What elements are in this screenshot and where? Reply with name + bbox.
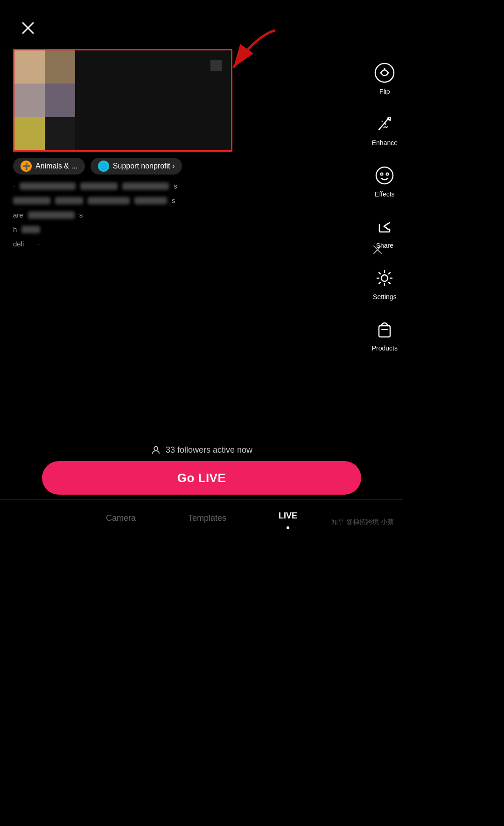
svg-point-13: [381, 275, 388, 281]
blur-text-h: h: [13, 225, 17, 233]
svg-point-9: [382, 121, 383, 122]
nonprofit-pill[interactable]: 🌐 Support nonprofit ›: [91, 158, 182, 175]
products-icon: [372, 317, 397, 342]
products-button[interactable]: Products: [372, 317, 398, 352]
share-label: Share: [376, 242, 393, 249]
effects-label: Effects: [375, 190, 395, 198]
blur-text-del: deli: [13, 240, 24, 248]
blur-block-9: [21, 226, 40, 233]
blur-row-4: h: [13, 225, 357, 233]
svg-point-16: [154, 447, 158, 450]
svg-point-7: [388, 117, 391, 120]
flip-label: Flip: [379, 88, 390, 95]
svg-point-10: [376, 167, 393, 184]
preview-black-area: [75, 50, 231, 150]
blur-row-5: deli ·: [13, 240, 357, 248]
right-sidebar: Flip Enhance Effects: [372, 61, 398, 352]
enhance-icon: [372, 112, 397, 136]
thumb-1: [14, 50, 45, 84]
thumb-4: [45, 84, 75, 117]
blur-block-6: [88, 197, 130, 204]
followers-count: 33 followers active now: [166, 445, 252, 455]
blur-row-2: s: [13, 196, 357, 204]
thumb-3: [14, 84, 45, 117]
blur-block-4: [13, 197, 50, 204]
effects-icon: [372, 163, 397, 188]
tag-pills-container: ➕ Animals & ... 🌐 Support nonprofit ›: [13, 158, 182, 175]
share-icon: [372, 215, 397, 239]
nav-templates[interactable]: Templates: [181, 510, 234, 527]
blur-block-1: [20, 182, 76, 190]
blur-block-5: [55, 197, 83, 204]
go-live-label: Go LIVE: [177, 471, 226, 485]
svg-rect-14: [379, 326, 390, 337]
blur-text-dot: ·: [38, 240, 40, 248]
blur-text-1: ·: [13, 182, 15, 190]
thumb-2: [45, 50, 75, 84]
nav-live-dot: [287, 526, 289, 529]
preview-dot: [210, 60, 222, 71]
thumb-5: [14, 117, 45, 150]
blur-row-1: · s: [13, 182, 357, 190]
preview-thumbnail: [14, 50, 75, 150]
svg-point-11: [381, 173, 383, 175]
close-button[interactable]: [18, 18, 38, 38]
nonprofit-label: Support nonprofit ›: [113, 162, 175, 170]
blur-block-7: [134, 197, 167, 204]
blur-text-s2: s: [172, 196, 175, 204]
blur-text-s1: s: [174, 182, 177, 190]
flip-icon: [372, 61, 397, 85]
thumb-6: [45, 117, 75, 150]
settings-button[interactable]: Settings: [372, 266, 397, 301]
svg-point-12: [386, 173, 389, 175]
svg-point-6: [384, 68, 385, 70]
animals-pill[interactable]: ➕ Animals & ...: [13, 158, 85, 175]
blurred-chat-area: · s s are s h deli ·: [13, 182, 357, 248]
nav-live-container: LIVE: [271, 507, 305, 529]
nonprofit-icon: 🌐: [98, 161, 109, 172]
blur-row-3: are s: [13, 211, 357, 219]
settings-icon: [372, 266, 397, 290]
followers-icon: [151, 445, 161, 455]
blur-text-s3: s: [79, 211, 83, 219]
followers-row: 33 followers active now: [0, 445, 403, 455]
share-button[interactable]: Share: [372, 215, 397, 249]
animals-icon: ➕: [21, 161, 32, 172]
flip-button[interactable]: Flip: [372, 61, 397, 95]
go-live-button[interactable]: Go LIVE: [42, 461, 361, 495]
enhance-button[interactable]: Enhance: [372, 112, 398, 147]
effects-button[interactable]: Effects: [372, 163, 397, 198]
blur-text-are: are: [13, 211, 23, 219]
settings-label: Settings: [373, 293, 397, 301]
svg-point-8: [385, 123, 386, 125]
svg-point-5: [375, 63, 394, 82]
nav-live[interactable]: LIVE: [271, 507, 305, 525]
blur-block-2: [80, 182, 118, 190]
blur-block-8: [28, 211, 75, 219]
animals-label: Animals & ...: [35, 162, 77, 170]
blur-block-3: [122, 182, 169, 190]
camera-preview: [13, 49, 232, 152]
watermark: 知乎 @梯拓跨境 小蔡: [331, 518, 394, 526]
enhance-label: Enhance: [372, 139, 398, 147]
products-label: Products: [372, 344, 398, 352]
nav-camera[interactable]: Camera: [98, 510, 143, 527]
